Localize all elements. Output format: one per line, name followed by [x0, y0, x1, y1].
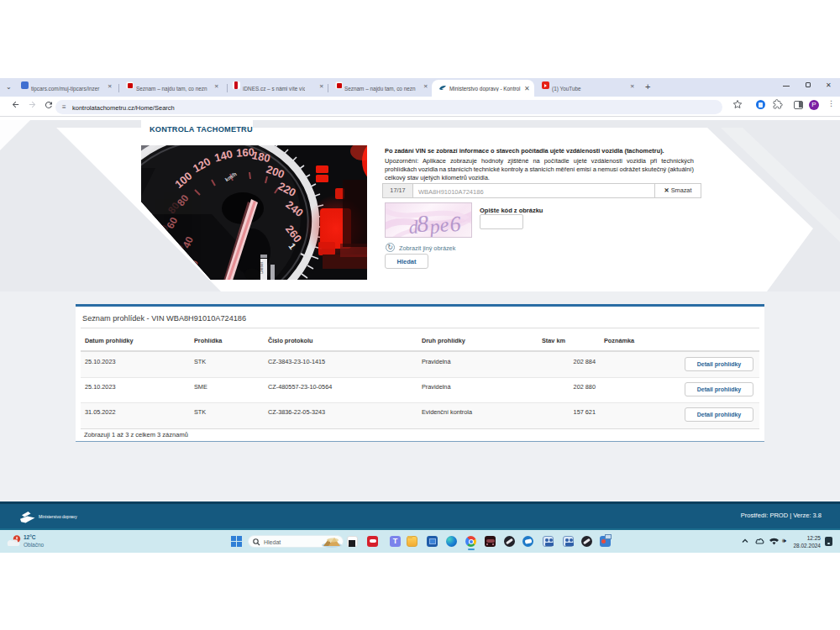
svg-text:20: 20 [176, 265, 192, 281]
svg-text:e: e [438, 213, 449, 236]
svg-text:6: 6 [449, 212, 461, 237]
svg-text:8: 8 [416, 210, 430, 237]
svg-text:Diesel: Diesel [259, 262, 264, 274]
